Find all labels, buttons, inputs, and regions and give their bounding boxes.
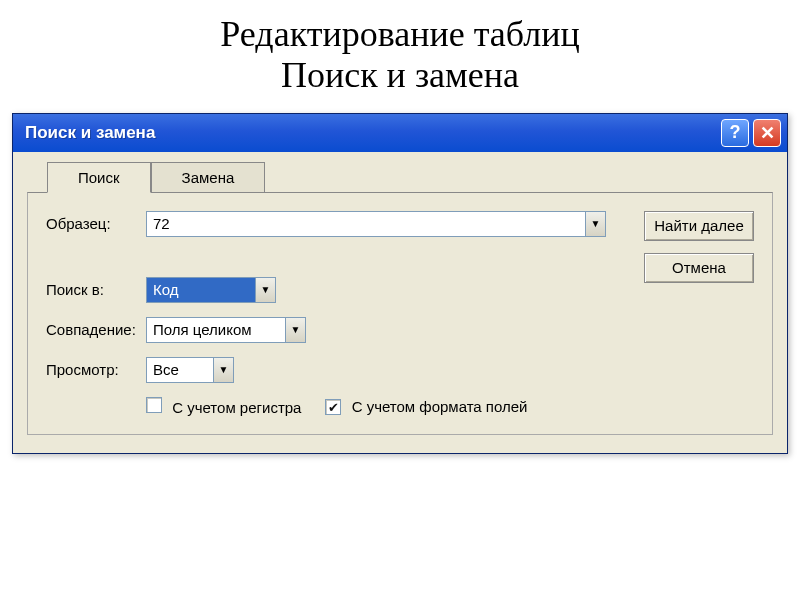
close-button[interactable]: ✕ xyxy=(753,119,781,147)
titlebar[interactable]: Поиск и замена ? ✕ xyxy=(13,114,787,152)
pattern-combo[interactable]: 72 ▼ xyxy=(146,211,606,237)
match-case-checkbox[interactable] xyxy=(146,397,162,413)
match-case-group[interactable]: С учетом регистра xyxy=(146,397,301,416)
match-combo[interactable]: Поля целиком ▼ xyxy=(146,317,306,343)
match-format-group[interactable]: ✔ С учетом формата полей xyxy=(325,398,527,416)
find-replace-dialog: Поиск и замена ? ✕ Поиск Замена Найти да… xyxy=(12,113,788,454)
close-icon: ✕ xyxy=(760,122,775,144)
help-icon: ? xyxy=(730,122,741,143)
slide-title-line1: Редактирование таблиц xyxy=(220,14,579,54)
cancel-button[interactable]: Отмена xyxy=(644,253,754,283)
pattern-input[interactable]: 72 xyxy=(147,212,585,236)
search-panel: Найти далее Отмена Образец: 72 ▼ Поиск в… xyxy=(27,192,773,435)
slide-title-line2: Поиск и замена xyxy=(281,55,519,95)
find-next-button[interactable]: Найти далее xyxy=(644,211,754,241)
match-format-checkbox[interactable]: ✔ xyxy=(325,399,341,415)
dialog-title: Поиск и замена xyxy=(25,123,717,143)
view-value: Все xyxy=(147,358,213,382)
checkbox-row: С учетом регистра ✔ С учетом формата пол… xyxy=(146,397,758,416)
search-in-value: Код xyxy=(147,278,255,302)
button-column: Найти далее Отмена xyxy=(644,211,754,295)
tabs: Поиск Замена xyxy=(47,162,773,193)
match-format-label: С учетом формата полей xyxy=(352,398,528,415)
chevron-down-icon[interactable]: ▼ xyxy=(585,212,605,236)
dialog-body: Поиск Замена Найти далее Отмена Образец:… xyxy=(13,152,787,453)
chevron-down-icon[interactable]: ▼ xyxy=(255,278,275,302)
pattern-label: Образец: xyxy=(46,215,146,232)
chevron-down-icon[interactable]: ▼ xyxy=(213,358,233,382)
view-combo[interactable]: Все ▼ xyxy=(146,357,234,383)
help-button[interactable]: ? xyxy=(721,119,749,147)
chevron-down-icon[interactable]: ▼ xyxy=(285,318,305,342)
slide-title: Редактирование таблиц Поиск и замена xyxy=(0,0,800,113)
search-in-combo[interactable]: Код ▼ xyxy=(146,277,276,303)
search-in-label: Поиск в: xyxy=(46,281,146,298)
tab-search[interactable]: Поиск xyxy=(47,162,151,193)
match-label: Совпадение: xyxy=(46,321,146,338)
match-value: Поля целиком xyxy=(147,318,285,342)
view-label: Просмотр: xyxy=(46,361,146,378)
tab-replace[interactable]: Замена xyxy=(151,162,266,193)
match-case-label: С учетом регистра xyxy=(172,399,301,416)
